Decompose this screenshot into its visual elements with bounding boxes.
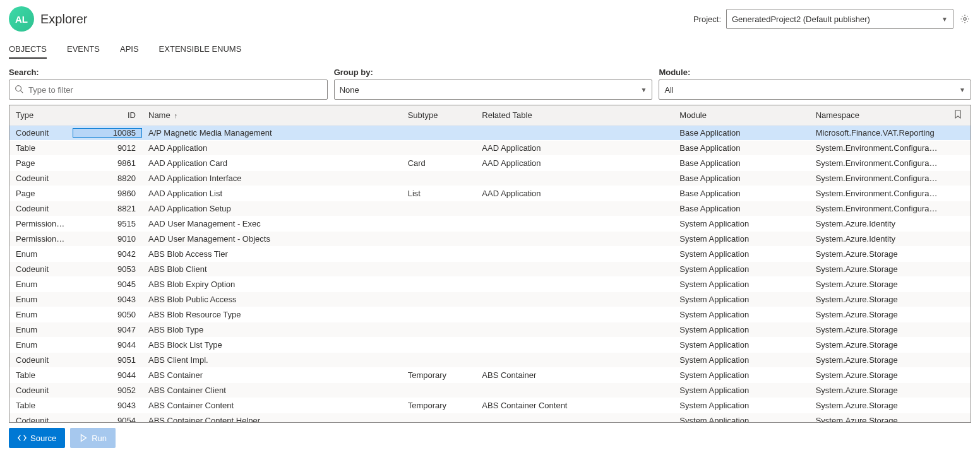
cell-name: A/P Magnetic Media Management — [142, 128, 402, 138]
cell-module: System Application — [673, 280, 809, 289]
tab-bar: OBJECTSEVENTSAPISEXTENSIBLE ENUMS — [9, 44, 971, 59]
cell-id: 10085 — [73, 128, 142, 138]
tab-events[interactable]: EVENTS — [67, 44, 100, 59]
cell-namespace: System.Azure.Identity — [810, 234, 945, 244]
bookmark-icon — [954, 110, 962, 119]
cell-module: System Application — [673, 234, 809, 244]
cell-related: AAD Application — [475, 143, 673, 153]
cell-type: Page — [9, 189, 73, 198]
table-row[interactable]: Table9012AAD ApplicationAAD ApplicationB… — [9, 141, 971, 156]
cell-type: Enum — [9, 310, 73, 319]
cell-id: 9043 — [73, 401, 142, 410]
cell-type: Enum — [9, 249, 73, 259]
cell-namespace: System.Azure.Storage — [810, 295, 945, 304]
table-row[interactable]: Enum9050ABS Blob Resource TypeSystem App… — [9, 307, 971, 322]
table-row[interactable]: Enum9044ABS Block List TypeSystem Applic… — [9, 338, 971, 353]
cell-related: AAD Application — [475, 189, 673, 198]
col-related[interactable]: Related Table — [475, 110, 673, 120]
table-row[interactable]: Codeunit8821AAD Application SetupBase Ap… — [9, 201, 971, 216]
cell-type: Codeunit — [9, 128, 73, 138]
cell-namespace: System.Azure.Identity — [810, 219, 945, 228]
chevron-down-icon: ▼ — [959, 86, 965, 93]
table-row[interactable]: Table9044ABS ContainerTemporaryABS Conta… — [9, 368, 971, 383]
cell-id: 9861 — [73, 158, 142, 168]
table-row[interactable]: Codeunit9054ABS Container Content Helper… — [9, 413, 971, 422]
svg-point-1 — [16, 85, 21, 91]
table-row[interactable]: Codeunit9053ABS Blob ClientSystem Applic… — [9, 262, 971, 277]
table-row[interactable]: Codeunit10085A/P Magnetic Media Manageme… — [9, 126, 971, 141]
gear-icon[interactable] — [959, 13, 971, 25]
cell-type: Page — [9, 158, 73, 168]
table-row[interactable]: Enum9045ABS Blob Expiry OptionSystem App… — [9, 277, 971, 292]
col-namespace[interactable]: Namespace — [810, 110, 945, 120]
table-row[interactable]: PermissionSet9010AAD User Management - O… — [9, 232, 971, 247]
project-value: GeneratedProject2 (Default publisher) — [732, 15, 870, 24]
search-icon — [15, 85, 23, 95]
cell-module: System Application — [673, 416, 809, 422]
module-dropdown[interactable]: All ▼ — [659, 80, 971, 100]
col-name[interactable]: Name↑ — [142, 110, 402, 120]
table-row[interactable]: PermissionSet9515AAD User Management - E… — [9, 216, 971, 232]
cell-related: ABS Container — [475, 370, 673, 380]
project-dropdown[interactable]: GeneratedProject2 (Default publisher) ▼ — [726, 9, 953, 29]
cell-type: Table — [9, 370, 73, 380]
col-id[interactable]: ID — [73, 110, 142, 120]
table-row[interactable]: Enum9042ABS Blob Access TierSystem Appli… — [9, 247, 971, 262]
cell-subtype: List — [402, 189, 476, 198]
table-row[interactable]: Page9860AAD Application ListListAAD Appl… — [9, 186, 971, 201]
cell-name: ABS Blob Expiry Option — [142, 280, 402, 289]
table-row[interactable]: Enum9047ABS Blob TypeSystem ApplicationS… — [9, 322, 971, 338]
cell-module: Base Application — [673, 158, 809, 168]
cell-module: Base Application — [673, 174, 809, 183]
table-row[interactable]: Page9861AAD Application CardCardAAD Appl… — [9, 156, 971, 171]
tab-objects[interactable]: OBJECTS — [9, 44, 47, 59]
cell-name: AAD Application — [142, 143, 402, 153]
cell-name: AAD Application Setup — [142, 204, 402, 213]
cell-namespace: System.Environment.Configurati... — [810, 189, 945, 198]
cell-module: System Application — [673, 401, 809, 410]
cell-namespace: System.Azure.Storage — [810, 386, 945, 395]
cell-type: Enum — [9, 295, 73, 304]
cell-related: AAD Application — [475, 158, 673, 168]
source-button[interactable]: Source — [9, 428, 65, 448]
chevron-down-icon: ▼ — [941, 16, 948, 23]
search-input[interactable] — [27, 85, 322, 95]
col-bookmark[interactable] — [945, 110, 971, 121]
tab-extensible-enums[interactable]: EXTENSIBLE ENUMS — [159, 44, 242, 59]
cell-id: 9044 — [73, 340, 142, 350]
cell-module: System Application — [673, 295, 809, 304]
svg-line-2 — [21, 90, 23, 93]
table-row[interactable]: Enum9043ABS Blob Public AccessSystem App… — [9, 292, 971, 307]
table-row[interactable]: Codeunit8820AAD Application InterfaceBas… — [9, 171, 971, 186]
cell-name: ABS Blob Resource Type — [142, 310, 402, 319]
cell-type: PermissionSet — [9, 219, 73, 228]
cell-name: ABS Block List Type — [142, 340, 402, 350]
grid-header: Type ID Name↑ Subtype Related Table Modu… — [9, 105, 971, 126]
col-module[interactable]: Module — [673, 110, 809, 120]
search-input-wrap[interactable] — [9, 80, 328, 100]
table-row[interactable]: Table9043ABS Container ContentTemporaryA… — [9, 398, 971, 413]
groupby-dropdown[interactable]: None ▼ — [334, 80, 653, 100]
cell-module: System Application — [673, 249, 809, 259]
col-subtype[interactable]: Subtype — [402, 110, 476, 120]
cell-module: System Application — [673, 325, 809, 334]
cell-subtype: Temporary — [402, 370, 476, 380]
cell-id: 9042 — [73, 249, 142, 259]
module-label: Module: — [659, 68, 971, 77]
cell-module: System Application — [673, 264, 809, 274]
cell-id: 9051 — [73, 355, 142, 365]
run-button[interactable]: Run — [70, 428, 116, 448]
cell-id: 9860 — [73, 189, 142, 198]
cell-module: System Application — [673, 340, 809, 350]
cell-related: ABS Container Content — [475, 401, 673, 410]
table-row[interactable]: Codeunit9052ABS Container ClientSystem A… — [9, 383, 971, 398]
cell-id: 9045 — [73, 280, 142, 289]
cell-type: Codeunit — [9, 174, 73, 183]
col-type[interactable]: Type — [9, 110, 73, 120]
table-row[interactable]: Codeunit9051ABS Client Impl.System Appli… — [9, 353, 971, 368]
tab-apis[interactable]: APIS — [120, 44, 139, 59]
cell-module: System Application — [673, 310, 809, 319]
cell-subtype: Temporary — [402, 401, 476, 410]
cell-type: Codeunit — [9, 355, 73, 365]
cell-name: AAD User Management - Objects — [142, 234, 402, 244]
